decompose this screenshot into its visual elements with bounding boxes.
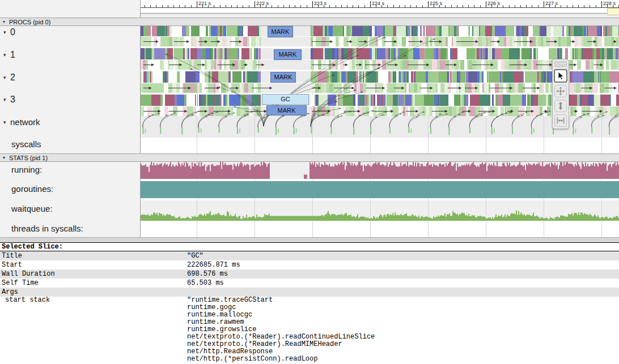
ruler-minor-tick xyxy=(445,5,446,7)
stats-track-canvas[interactable] xyxy=(141,18,619,237)
ruler-minor-tick xyxy=(364,5,365,7)
ruler-major-tick xyxy=(312,1,313,7)
ruler-minor-tick xyxy=(474,5,474,7)
ruler-minor-tick xyxy=(295,5,295,7)
vertical-zoom-icon xyxy=(556,101,565,110)
collapse-triangle-icon[interactable]: ▾ xyxy=(0,75,10,80)
ruler-minor-tick xyxy=(399,5,400,7)
ruler-minor-tick xyxy=(480,5,481,7)
ruler-minor-tick xyxy=(422,5,423,7)
track-label: syscalls xyxy=(11,139,41,149)
ruler-minor-tick xyxy=(162,5,163,7)
collapse-triangle-icon[interactable]: ▾ xyxy=(0,52,10,58)
mark-slice[interactable]: MARK xyxy=(274,49,302,60)
ruler-minor-tick xyxy=(584,5,584,7)
field-value: "GC" xyxy=(187,251,203,260)
stack-frame: net/http.(*persistConn).readLoop xyxy=(187,356,317,363)
cursor-arrow-icon xyxy=(556,71,565,80)
field-label: start stack xyxy=(5,297,50,304)
timing-tool-button[interactable] xyxy=(554,114,567,127)
pan-tool-button[interactable] xyxy=(554,85,567,97)
time-ruler[interactable]: 221 s222 s223 s224 s225 s226 s227 s228 s xyxy=(141,0,619,8)
sidebar-item-proc1[interactable]: ▾1 xyxy=(0,50,140,60)
view-range-marker[interactable] xyxy=(607,8,619,15)
ruler-minor-tick xyxy=(526,5,527,7)
field-label: Start xyxy=(2,260,22,269)
proc-label: 2 xyxy=(10,72,15,82)
selection-tool-button[interactable] xyxy=(554,69,567,83)
sidebar-item-proc2[interactable]: ▾2 xyxy=(0,72,140,83)
sidebar-item-proc0[interactable]: ▾0 xyxy=(0,27,140,37)
ruler-minor-tick xyxy=(463,5,463,7)
field-value: 65.503 ms xyxy=(187,279,224,288)
trace-tool-palette xyxy=(552,59,569,129)
field-label: Args xyxy=(2,288,18,297)
collapse-triangle-icon[interactable]: ▾ xyxy=(0,154,9,161)
slice-row-start-stack: start stack "runtime.traceGCStart runtim… xyxy=(0,297,619,364)
zoom-tool-button[interactable] xyxy=(554,100,567,112)
ruler-major-tick xyxy=(370,1,371,7)
sidebar-item-waitqueue[interactable]: waitqueue: xyxy=(11,204,151,214)
sidebar-item-running[interactable]: running: xyxy=(11,165,151,175)
ruler-minor-tick xyxy=(341,5,342,7)
ruler-tick-label: 222 s xyxy=(256,1,269,6)
ruler-minor-tick xyxy=(590,5,590,7)
ruler-minor-tick xyxy=(573,5,573,7)
ruler-minor-tick xyxy=(451,5,452,7)
ruler-minor-tick xyxy=(520,5,521,7)
track-label: running: xyxy=(11,165,42,174)
running-graph xyxy=(141,161,619,179)
mark-slice[interactable]: MARK xyxy=(268,26,293,37)
sidebar-item-goroutines[interactable]: goroutines: xyxy=(11,184,151,194)
ruler-minor-tick xyxy=(156,5,156,7)
ruler-minor-tick xyxy=(214,5,214,7)
sidebar-item-network[interactable]: ▾network xyxy=(0,117,140,127)
mark-slice[interactable]: MARK xyxy=(270,72,296,83)
ruler-minor-tick xyxy=(393,5,394,7)
ruler-minor-tick xyxy=(538,5,539,7)
collapse-triangle-icon[interactable]: ▾ xyxy=(0,97,10,102)
ruler-tick-label: 221 s xyxy=(198,1,211,6)
sidebar-item-proc3[interactable]: ▾3 xyxy=(0,95,140,105)
ruler-minor-tick xyxy=(358,5,359,7)
mark-slice[interactable]: MARK xyxy=(266,105,307,115)
pan-arrows-icon xyxy=(556,87,565,96)
sidebar-item-threads[interactable]: threads in syscalls: xyxy=(11,224,151,234)
ruler-underlay xyxy=(141,14,619,18)
ruler-minor-tick xyxy=(168,5,168,7)
ruler-major-tick xyxy=(255,1,255,7)
field-value: 698.576 ms xyxy=(187,269,228,279)
ruler-tick-label: 227 s xyxy=(545,1,558,6)
ruler-minor-tick xyxy=(503,5,503,7)
collapse-triangle-icon[interactable]: ▾ xyxy=(0,18,9,25)
ruler-tick-label: 223 s xyxy=(314,1,327,6)
ruler-minor-tick xyxy=(561,5,561,7)
slice-row-args: Args xyxy=(0,288,619,297)
ruler-minor-tick xyxy=(468,5,469,7)
ruler-major-tick xyxy=(197,1,197,7)
collapse-triangle-icon[interactable]: ▾ xyxy=(0,29,10,35)
gc-slice-selected[interactable]: GC xyxy=(262,94,309,105)
ruler-minor-tick xyxy=(272,5,272,7)
ruler-minor-tick xyxy=(567,5,567,7)
sidebar-item-syscalls[interactable]: syscalls xyxy=(11,139,151,149)
selected-slice-title: Selected Slice: xyxy=(0,243,619,251)
ruler-minor-tick xyxy=(329,5,330,7)
palette-drag-handle[interactable] xyxy=(554,61,567,67)
ruler-major-tick xyxy=(601,1,602,7)
ruler-minor-tick xyxy=(387,5,388,7)
collapse-triangle-icon[interactable]: ▾ xyxy=(0,119,10,125)
ruler-minor-tick xyxy=(145,5,145,7)
stats-section-header[interactable]: ▾STATS (pid 1) xyxy=(0,153,619,162)
ruler-minor-tick xyxy=(283,5,284,7)
timing-measure-icon xyxy=(556,116,565,125)
slice-row-wall-duration: Wall Duration 698.576 ms xyxy=(0,269,619,279)
ruler-overview-strip[interactable] xyxy=(141,8,619,14)
ruler-minor-tick xyxy=(191,5,192,7)
ruler-tick-label: 228 s xyxy=(603,1,616,6)
procs-section-header[interactable]: ▾PROCS (pid 0) xyxy=(0,18,619,26)
ruler-minor-tick xyxy=(410,5,411,7)
ruler-minor-tick xyxy=(220,5,221,7)
ruler-major-tick xyxy=(544,1,544,7)
field-label: Wall Duration xyxy=(2,269,55,279)
